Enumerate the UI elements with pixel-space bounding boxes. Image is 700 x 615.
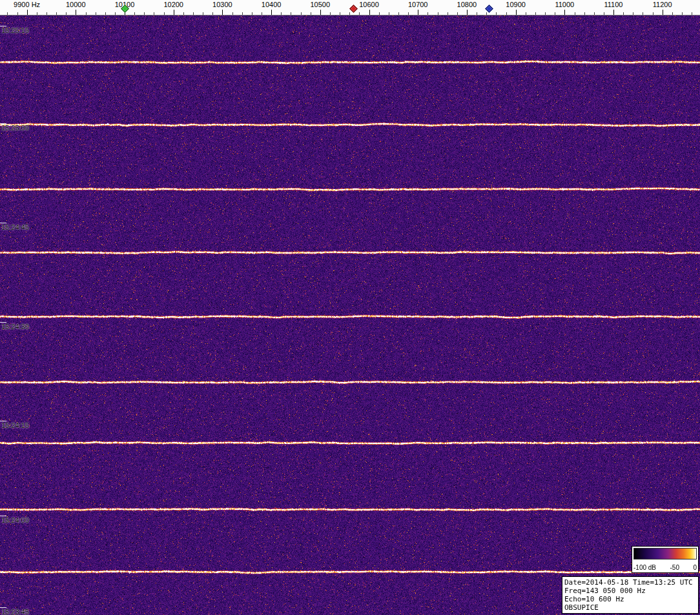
- ruler-major-tick: [369, 10, 370, 15]
- ruler-major-tick: [516, 10, 517, 15]
- ruler-minor-tick: [262, 12, 262, 15]
- ruler-minor-tick: [154, 12, 154, 15]
- ruler-frequency-label: 10600: [359, 1, 379, 8]
- ruler-frequency-label: 10300: [212, 1, 232, 8]
- ruler-major-tick: [418, 10, 418, 15]
- ruler-minor-tick: [584, 12, 585, 15]
- time-axis-label: 15:24:15: [1, 421, 29, 429]
- ruler-major-tick: [663, 10, 663, 15]
- ruler-minor-tick: [575, 12, 575, 15]
- ruler-minor-tick: [105, 12, 106, 15]
- time-axis-label: 15:24:00: [1, 516, 29, 524]
- frequency-ruler: 9900 Hz100001010010200103001040010500106…: [0, 0, 700, 15]
- marker-red-diamond-icon[interactable]: [349, 5, 358, 13]
- ruler-minor-tick: [66, 12, 67, 15]
- ruler-minor-tick: [183, 12, 184, 15]
- ruler-frequency-label: 11100: [604, 1, 623, 8]
- ruler-minor-tick: [633, 12, 633, 15]
- ruler-frequency-label: 10500: [311, 1, 331, 8]
- ruler-minor-tick: [692, 12, 692, 15]
- ruler-minor-tick: [643, 12, 643, 15]
- ruler-minor-tick: [115, 12, 116, 15]
- ruler-minor-tick: [448, 12, 448, 15]
- ruler-minor-tick: [301, 12, 302, 15]
- ruler-minor-tick: [623, 12, 624, 15]
- time-axis-label: 15:24:30: [1, 323, 29, 330]
- ruler-frequency-label: 10400: [262, 1, 282, 8]
- ruler-minor-tick: [457, 12, 458, 15]
- ruler-frequency-label: 11200: [653, 1, 672, 8]
- ruler-minor-tick: [672, 12, 673, 15]
- ruler-minor-tick: [526, 12, 526, 15]
- observation-info-box: Date=2014-05-18 Time=13:25 UTC Freq=143 …: [562, 576, 699, 614]
- ruler-minor-tick: [604, 12, 604, 15]
- ruler-frequency-label: 10200: [163, 1, 183, 8]
- ruler-minor-tick: [291, 12, 291, 15]
- ruler-minor-tick: [496, 12, 497, 15]
- ruler-frequency-label: 10000: [66, 1, 86, 8]
- ruler-major-tick: [320, 10, 321, 15]
- ruler-minor-tick: [389, 12, 389, 15]
- ruler-minor-tick: [486, 12, 487, 15]
- marker-blue-diamond-icon[interactable]: [485, 5, 493, 13]
- ruler-minor-tick: [555, 12, 555, 15]
- ruler-major-tick: [564, 10, 565, 15]
- ruler-minor-tick: [340, 12, 340, 15]
- ruler-frequency-label: 11000: [555, 1, 574, 8]
- ruler-minor-tick: [134, 12, 135, 15]
- spectrogram-canvas: [0, 15, 700, 615]
- ruler-minor-tick: [545, 12, 546, 15]
- ruler-minor-tick: [281, 12, 282, 15]
- ruler-major-tick: [271, 10, 272, 15]
- ruler-minor-tick: [408, 12, 409, 15]
- ruler-minor-tick: [535, 12, 536, 15]
- ruler-minor-tick: [56, 12, 57, 15]
- ruler-minor-tick: [349, 12, 350, 15]
- ruler-minor-tick: [682, 12, 683, 15]
- ruler-minor-tick: [311, 12, 311, 15]
- ruler-minor-tick: [17, 12, 18, 15]
- legend-mid-label: -50: [670, 564, 679, 571]
- ruler-minor-tick: [379, 12, 380, 15]
- info-echo: Echo=10 600 Hz: [564, 595, 696, 603]
- ruler-frequency-label: 10700: [408, 1, 428, 8]
- ruler-minor-tick: [506, 12, 507, 15]
- ruler-frequency-label: 9900 Hz: [14, 1, 40, 8]
- time-axis-label: 15:23:45: [1, 608, 29, 615]
- ruler-minor-tick: [438, 12, 438, 15]
- ruler-minor-tick: [203, 12, 203, 15]
- ruler-minor-tick: [96, 12, 96, 15]
- ruler-minor-tick: [37, 12, 37, 15]
- ruler-minor-tick: [193, 12, 194, 15]
- ruler-major-tick: [467, 10, 468, 15]
- ruler-minor-tick: [212, 12, 213, 15]
- color-gradient-bar: [633, 548, 697, 560]
- waterfall-spectrogram-window: 9900 Hz100001010010200103001040010500106…: [0, 0, 700, 615]
- legend-labels-row: -100 dB -50 0: [633, 564, 697, 571]
- ruler-minor-tick: [653, 12, 654, 15]
- time-axis-label: 15:25:00: [1, 124, 29, 132]
- ruler-major-tick: [174, 10, 174, 15]
- ruler-frequency-label: 10800: [457, 1, 477, 8]
- ruler-minor-tick: [46, 12, 47, 15]
- legend-min-label: -100 dB: [633, 564, 656, 571]
- ruler-minor-tick: [359, 12, 360, 15]
- ruler-minor-tick: [232, 12, 233, 15]
- ruler-minor-tick: [7, 12, 8, 15]
- ruler-frequency-label: 10900: [506, 1, 526, 8]
- ruler-minor-tick: [164, 12, 165, 15]
- ruler-major-tick: [613, 10, 614, 15]
- info-date-time: Date=2014-05-18 Time=13:25 UTC: [564, 578, 696, 587]
- ruler-major-tick: [76, 10, 76, 15]
- ruler-minor-tick: [144, 12, 145, 15]
- ruler-minor-tick: [86, 12, 87, 15]
- ruler-minor-tick: [252, 12, 252, 15]
- time-axis-label: 15:24:45: [1, 223, 29, 231]
- ruler-major-tick: [222, 10, 223, 15]
- ruler-minor-tick: [594, 12, 595, 15]
- info-frequency: Freq=143 050 000 Hz: [564, 587, 696, 595]
- ruler-minor-tick: [398, 12, 399, 15]
- time-axis-label: 15:25:15: [1, 26, 29, 34]
- ruler-minor-tick: [242, 12, 243, 15]
- waterfall-area: -100 dB -50 0 Date=2014-05-18 Time=13:25…: [0, 15, 700, 615]
